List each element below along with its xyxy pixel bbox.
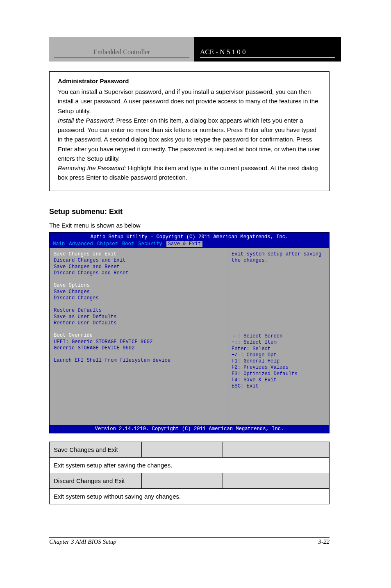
admin-password-body: You can install a Supervisor password, a… <box>58 87 321 182</box>
bios-left-pane: Save Changes and ExitDiscard Changes and… <box>50 248 229 425</box>
table-row: Discard Changes and Exit <box>50 473 330 489</box>
opt1-col3 <box>223 442 330 458</box>
info-line1: You can install a Supervisor password, a… <box>58 88 318 114</box>
bios-title: Aptio Setup Utility – Copyright (C) 2011… <box>50 232 329 240</box>
bios-screenshot: Aptio Setup Utility – Copyright (C) 2011… <box>49 232 330 434</box>
bios-menu-item: Boot <box>122 241 134 247</box>
bios-list-item: Save as User Defaults <box>54 314 225 320</box>
info-line3-lead: Removing the Password: <box>58 164 126 171</box>
page-header: Embedded Controller ACE - N 5 1 0 0 <box>49 37 341 62</box>
bios-help-keys: →←: Select Screen↑↓: Select ItemEnter: S… <box>232 333 327 390</box>
table-row: Exit system setup after saving the chang… <box>50 458 330 473</box>
admin-password-box: Administrator Password You can install a… <box>49 71 330 191</box>
bios-menu-item: Advanced <box>69 241 93 247</box>
admin-password-title: Administrator Password <box>58 77 321 84</box>
opt2-name: Discard Changes and Exit <box>50 473 142 489</box>
opt1-desc: Exit system setup after saving the chang… <box>50 458 330 473</box>
bios-key-hint: Enter: Select <box>232 346 327 352</box>
bios-list-item: Restore User Defaults <box>54 320 225 326</box>
bios-key-hint: ↑↓: Select Item <box>232 340 327 346</box>
opt2-col2 <box>142 473 223 489</box>
bios-list-item: Save Options <box>54 283 225 289</box>
bios-list-item: UEFI: Generic STORAGE DEVICE 9602 <box>54 339 225 345</box>
bios-key-hint: F1: General Help <box>232 358 327 365</box>
bios-key-hint: ESC: Exit <box>232 383 327 390</box>
bios-list-item <box>54 276 225 283</box>
header-left-label: Embedded Controller <box>54 47 189 58</box>
header-right-cell: ACE - N 5 1 0 0 <box>194 37 341 62</box>
bios-body: Save Changes and ExitDiscard Changes and… <box>50 248 329 425</box>
table-row: Save Changes and Exit <box>50 442 330 458</box>
bios-list-item: Discard Changes and Exit <box>54 258 225 264</box>
footer-right: 3-22 <box>318 538 330 545</box>
header-right-label: ACE - N 5 1 0 0 <box>200 47 335 58</box>
bios-menu-bar: MainAdvancedChipsetBootSecuritySave & Ex… <box>50 240 329 248</box>
page-footer: Chapter 3 AMI BIOS Setup 3-22 <box>49 537 330 545</box>
exit-section-title: Setup submenu: Exit <box>49 207 391 216</box>
option-table-1: Save Changes and Exit Exit system setup … <box>49 442 330 504</box>
bios-key-hint: F3: Optimized Defaults <box>232 371 327 377</box>
bios-footer: Version 2.14.1219. Copyright (C) 2011 Am… <box>50 425 329 433</box>
header-left-cell: Embedded Controller <box>49 37 194 62</box>
opt1-col2 <box>142 442 223 458</box>
bios-list-item <box>54 351 225 358</box>
bios-list-item: Discard Changes and Reset <box>54 270 225 276</box>
bios-list-item <box>54 326 225 333</box>
opt2-col3 <box>223 473 330 489</box>
exit-section-sub: The Exit menu is shown as below <box>49 222 391 229</box>
bios-list-item: Save Changes and Exit <box>54 251 225 258</box>
bios-menu-item: Main <box>53 241 65 247</box>
opt1-name: Save Changes and Exit <box>50 442 142 458</box>
bios-list-item: Launch EFI Shell from filesystem device <box>54 358 225 364</box>
bios-menu-item: Chipset <box>97 241 118 247</box>
bios-list-item: Save Changes and Reset <box>54 264 225 270</box>
bios-menu-item: Security <box>138 241 162 247</box>
table-row: Exit system setup without saving any cha… <box>50 489 330 504</box>
bios-list-item: Boot Override <box>54 333 225 339</box>
bios-key-hint: →←: Select Screen <box>232 333 327 340</box>
opt2-desc: Exit system setup without saving any cha… <box>50 489 330 504</box>
bios-list-item: Discard Changes <box>54 295 225 301</box>
info-line2-lead: Install the Password: <box>58 117 114 124</box>
bios-list-item: Restore Defaults <box>54 308 225 314</box>
bios-list-item: Generic STORAGE DEVICE 9602 <box>54 345 225 351</box>
bios-list-item <box>54 301 225 308</box>
bios-menu-item: Save & Exit <box>166 241 202 247</box>
bios-key-hint: +/-: Change Opt. <box>232 352 327 358</box>
bios-right-pane: Exit system setup after saving the chang… <box>229 248 329 425</box>
bios-list-item: Save Changes <box>54 289 225 295</box>
bios-key-hint: F4: Save & Exit <box>232 377 327 383</box>
footer-left: Chapter 3 AMI BIOS Setup <box>49 538 116 545</box>
bios-key-hint: F2: Previous Values <box>232 365 327 371</box>
bios-help-text: Exit system setup after saving the chang… <box>232 251 327 333</box>
